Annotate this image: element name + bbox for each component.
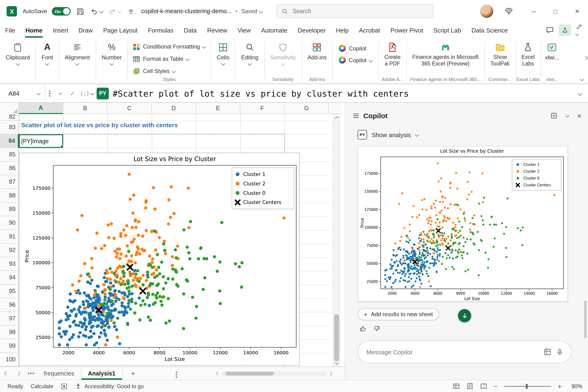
pane-scroll-thumb[interactable]	[584, 300, 586, 338]
thumbs-down-button[interactable]	[373, 325, 380, 332]
document-title[interactable]: copilot-k-means-clustering-demo...	[141, 8, 232, 14]
saved-status[interactable]: Saved	[241, 8, 262, 14]
ribbon-tab-acrobat[interactable]: Acrobat	[354, 22, 386, 38]
scroll-right-arrow[interactable]	[328, 372, 332, 376]
tab-bar-menu[interactable]	[172, 370, 181, 377]
cell-a83-text[interactable]: Scatter plot of lot size vs price by clu…	[21, 122, 178, 128]
ribbon-tab-home[interactable]: Home	[20, 22, 48, 38]
column-header-g[interactable]: G	[284, 103, 329, 114]
prev-sheet-button[interactable]	[0, 372, 12, 375]
name-box-input[interactable]	[8, 89, 33, 97]
maximize-button[interactable]: □	[545, 0, 566, 22]
vertical-scrollbar[interactable]	[333, 114, 341, 366]
minimize-button[interactable]: ─	[523, 0, 545, 22]
quick-access-toolbar-button[interactable]	[128, 8, 134, 14]
zoom-slider[interactable]	[504, 386, 551, 386]
comments-button[interactable]	[546, 26, 554, 34]
column-header-a[interactable]: A	[19, 103, 63, 114]
ribbon-tab-formulas[interactable]: Formulas	[143, 22, 178, 38]
microphone-icon[interactable]	[556, 348, 564, 356]
next-sheet-button[interactable]	[12, 372, 24, 375]
sheet-context-icon[interactable]	[544, 348, 551, 356]
macro-record-button[interactable]	[61, 383, 68, 390]
scroll-up-arrow[interactable]	[333, 114, 341, 120]
share-button[interactable]	[559, 24, 571, 36]
ribbon-tab-script-lab[interactable]: Script Lab	[428, 22, 466, 38]
scroll-left-arrow[interactable]	[216, 372, 220, 376]
row-header-100[interactable]: 100	[0, 353, 19, 366]
copilot-message-box[interactable]	[358, 341, 572, 363]
row-header-94[interactable]: 94	[0, 271, 19, 284]
row-header-89[interactable]: 89	[0, 202, 19, 216]
formula-bar-grip[interactable]	[49, 92, 50, 94]
sheet-tab-analysis1[interactable]: Analysis1	[81, 367, 122, 380]
search-input[interactable]	[292, 7, 428, 15]
copilot-menu-button[interactable]	[352, 112, 360, 119]
select-all-corner[interactable]	[0, 103, 19, 114]
number-button[interactable]: % Number	[100, 40, 124, 66]
all-sheets-button[interactable]	[30, 373, 32, 374]
formula-bar-expand-button[interactable]	[572, 90, 588, 96]
ribbon-tab-page-layout[interactable]: Page Layout	[98, 22, 143, 38]
accessibility-status[interactable]: Accessibility: Good to go	[75, 383, 144, 390]
row-header-99[interactable]: 99	[0, 339, 19, 353]
ribbon-tab-data[interactable]: Data	[178, 22, 202, 38]
horizontal-scroll-thumb[interactable]	[225, 372, 274, 376]
new-chat-button[interactable]	[550, 112, 558, 119]
show-analysis-toggle[interactable]: Show analysis	[372, 131, 411, 138]
copilot-dropdown-button[interactable]: Copilot	[336, 56, 375, 64]
zoom-slider-thumb[interactable]	[526, 384, 528, 388]
undo-button[interactable]	[90, 7, 103, 15]
row-header-88[interactable]: 88	[0, 189, 19, 202]
calculate-button[interactable]: Calculate	[31, 383, 54, 389]
search-box[interactable]	[276, 4, 434, 18]
ribbon-tab-data-science[interactable]: Data Science	[466, 22, 513, 38]
editing-mode-button[interactable]	[576, 24, 582, 37]
formula-input[interactable]: #Scatter plot of lot size vs price by cl…	[112, 88, 572, 98]
ribbon-tab-insert[interactable]: Insert	[48, 22, 73, 38]
row-header-85[interactable]: 85	[0, 148, 19, 162]
zoom-out-button[interactable]: −	[494, 382, 497, 390]
row-header-97[interactable]: 97	[0, 312, 19, 326]
add-results-button[interactable]: + Add results to new sheet	[358, 308, 439, 320]
fill-handle[interactable]	[60, 145, 64, 148]
row-header-91[interactable]: 91	[0, 230, 19, 244]
avatar[interactable]	[480, 5, 493, 18]
row-header-98[interactable]: 98	[0, 326, 19, 339]
column-header-f[interactable]: F	[240, 103, 284, 114]
zoom-in-button[interactable]: +	[558, 382, 562, 390]
column-header-c[interactable]: C	[108, 103, 152, 114]
row-header-82[interactable]: 82	[0, 114, 19, 120]
collapse-pane-chevron[interactable]	[566, 114, 570, 118]
save-button[interactable]	[76, 7, 84, 15]
close-pane-button[interactable]: ×	[577, 112, 582, 120]
confirm-entry-button[interactable]: ✓	[66, 90, 79, 97]
row-header-87[interactable]: 87	[0, 175, 19, 189]
normal-view-icon[interactable]	[452, 382, 460, 390]
alignment-button[interactable]: Alignment	[62, 40, 92, 66]
ribbon-overflow-chevron[interactable]	[584, 56, 588, 60]
cancel-entry-button[interactable]: ×	[54, 90, 66, 97]
ribbon-tab-automate[interactable]: Automate	[256, 22, 292, 38]
xlwings-button[interactable]: xlwi...	[543, 40, 562, 62]
horizontal-scrollbar[interactable]	[217, 371, 332, 376]
premium-gem-icon[interactable]	[504, 6, 513, 15]
autosave-toggle[interactable]: On	[52, 7, 71, 16]
row-header-96[interactable]: 96	[0, 298, 19, 312]
new-sheet-button[interactable]: +	[131, 370, 135, 378]
copilot-message-input[interactable]	[366, 348, 539, 356]
close-button[interactable]: ×	[566, 0, 588, 22]
vertical-scroll-thumb[interactable]	[334, 314, 339, 362]
editing-button[interactable]: Editing	[239, 40, 261, 66]
ribbon-tab-power-pivot[interactable]: Power Pivot	[385, 22, 428, 38]
ribbon-tab-review[interactable]: Review	[202, 22, 232, 38]
active-cell-a84[interactable]: [PY]Image	[19, 134, 63, 148]
row-header-84[interactable]: 84	[0, 134, 19, 148]
copilot-button[interactable]: Copilot	[336, 44, 370, 53]
ribbon-tab-help[interactable]: Help	[331, 22, 354, 38]
finance-agents-button[interactable]: Finance agents in Microsoft365 Excel (Pr…	[410, 40, 481, 68]
ribbon-tab-view[interactable]: View	[232, 22, 256, 38]
show-toolpak-button[interactable]: ShowToolPak	[488, 40, 512, 68]
row-header-86[interactable]: 86	[0, 162, 19, 175]
redo-button[interactable]	[108, 7, 121, 15]
